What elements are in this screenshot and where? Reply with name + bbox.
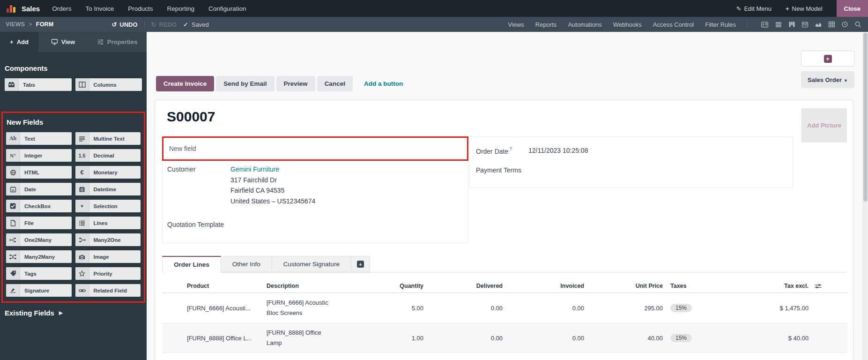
scrollbar-thumb[interactable] [863,33,868,202]
col-taxes[interactable]: Taxes [663,283,719,289]
payment-terms-label[interactable]: Payment Terms [476,166,528,174]
studio-menu-access-control[interactable]: Access Control [653,21,694,28]
field-html[interactable]: HTML [6,166,72,179]
add-a-button-link[interactable]: Add a button [364,80,403,87]
studio-menu-views[interactable]: Views [508,21,524,28]
component-columns[interactable]: Columns [75,78,142,91]
sidebar-tab-add[interactable]: + Add [0,32,38,52]
menu-orders[interactable]: Orders [52,5,71,12]
cell-delivered[interactable]: 0.00 [423,305,503,312]
help-question-icon[interactable]: ? [509,147,512,152]
field-related[interactable]: Related Field [75,284,141,297]
list-view-icon[interactable] [775,21,782,28]
preview-button[interactable]: Preview [276,76,315,91]
pivot-view-icon[interactable] [828,21,835,28]
studio-menu-automations[interactable]: Automations [568,21,601,28]
order-date-label[interactable]: Order Date? [476,147,528,155]
edit-menu-button[interactable]: ✎ Edit Menu [736,5,772,12]
cell-description[interactable]: [FURN_8888] Office Lamp [267,323,384,352]
col-description[interactable]: Description [267,283,384,289]
studio-menu-reports[interactable]: Reports [535,21,557,28]
menu-reporting[interactable]: Reporting [167,5,195,12]
field-file[interactable]: File [6,217,72,229]
add-picture-placeholder[interactable]: Add Picture [801,108,847,142]
field-monetary[interactable]: € Monetary [75,166,141,179]
col-product[interactable]: Product [187,283,267,289]
cell-unit-price[interactable]: 40.00 [584,335,663,342]
create-invoice-button[interactable]: Create Invoice [156,76,214,91]
component-tabs[interactable]: Tabs [5,78,72,91]
field-priority[interactable]: Priority [75,267,141,280]
field-multiline-text[interactable]: Multine Text [75,132,141,145]
cell-unit-price[interactable]: 295.00 [584,305,663,312]
graph-view-icon[interactable] [815,21,822,28]
vertical-scrollbar[interactable] [862,32,868,360]
form-view-icon[interactable] [761,21,769,28]
tab-customer-signature[interactable]: Customer Signature [272,256,351,272]
menu-to-invoice[interactable]: To Invoice [85,5,114,12]
tab-order-lines[interactable]: Order Lines [162,256,221,273]
search-icon[interactable] [854,21,861,28]
cell-product[interactable]: [FURN_6666] Acousti... [187,305,267,312]
menu-products[interactable]: Products [128,5,153,12]
new-model-button[interactable]: + New Model [786,5,823,12]
menu-configuration[interactable]: Configuration [208,5,246,12]
field-integer[interactable]: N° Integer [6,149,72,162]
studio-menu-webhooks[interactable]: Webhooks [613,21,642,28]
table-row[interactable]: [FURN_7777] Office [162,353,847,360]
field-selection[interactable]: ▼ Selection [75,200,141,212]
existing-fields-toggle[interactable]: Existing Fields ▶ [5,309,142,317]
field-signature[interactable]: Signature [6,284,72,297]
send-by-email-button[interactable]: Send by Email [216,76,274,91]
cell-taxes[interactable]: 15% [663,334,719,342]
cell-taxes[interactable]: 15% [663,304,719,312]
cell-quantity[interactable]: 5.00 [384,305,423,312]
record-title[interactable]: S00007 [167,109,215,125]
breadcrumb-views[interactable]: VIEWS [6,21,25,28]
cell-tax-excl[interactable]: $ 40.00 [719,335,809,342]
col-invoiced[interactable]: Invoiced [503,283,584,289]
cell-product[interactable]: [FURN_8888] Office L... [187,335,267,342]
field-image[interactable]: Image [75,250,141,263]
table-row[interactable]: [FURN_8888] Office L... [FURN_8888] Offi… [162,323,847,353]
sidebar-tab-view[interactable]: View [38,32,88,52]
calendar-view-icon[interactable] [801,21,809,28]
studio-menu-filter-rules[interactable]: Filter Rules [705,21,736,28]
tab-other-info[interactable]: Other Info [221,256,272,272]
activity-clock-icon[interactable] [841,21,848,28]
table-row[interactable]: [FURN_6666] Acousti... [FURN_6666] Acous… [162,293,847,323]
field-datetime[interactable]: Datetime [75,183,141,195]
customer-link[interactable]: Gemini Furniture [230,165,279,173]
add-stage-button[interactable]: + [801,51,854,67]
cell-invoiced[interactable]: 0.00 [503,305,584,312]
sales-app-icon[interactable] [7,4,16,13]
field-many2many[interactable]: Many2Many [6,250,72,263]
cell-quantity[interactable]: 1.00 [384,335,423,342]
field-tags[interactable]: Tags [6,267,72,280]
stage-dropdown-button[interactable]: Sales Order▼ [801,71,854,88]
order-date-value[interactable]: 12/11/2023 10:25:08 [528,147,588,155]
cell-description[interactable]: [FURN_7777] Office [267,353,384,360]
field-one2many[interactable]: One2Many [6,233,72,246]
field-checkbox[interactable]: CheckBox [6,200,72,212]
field-lines[interactable]: Lines [75,217,141,229]
field-text[interactable]: Ab Text [6,132,72,145]
kanban-view-icon[interactable] [788,21,795,28]
new-field-highlighted[interactable]: New field [162,136,468,161]
col-delivered[interactable]: Delivered [423,283,503,289]
close-studio-button[interactable]: Close [837,0,868,17]
col-unit-price[interactable]: Unit Price [584,283,663,289]
undo-button[interactable]: ↺UNDO [111,21,137,28]
field-many2one[interactable]: Many2One [75,233,141,246]
field-date[interactable]: 21 Date [6,183,72,195]
col-tax-excl[interactable]: Tax excl. [719,283,809,289]
add-tab-button[interactable]: + [351,256,370,272]
optional-columns-icon[interactable] [809,283,827,289]
redo-button[interactable]: ↻REDO [151,21,177,28]
cell-invoiced[interactable]: 0.00 [503,335,584,342]
cell-tax-excl[interactable]: $ 1,475.00 [719,305,809,312]
sidebar-tab-properties[interactable]: Properties [88,32,147,52]
field-decimal[interactable]: 1.5 Decimal [75,149,141,162]
cell-delivered[interactable]: 0.00 [423,335,503,342]
cell-description[interactable]: [FURN_6666] Acoustic Bloc Screens [267,293,384,322]
